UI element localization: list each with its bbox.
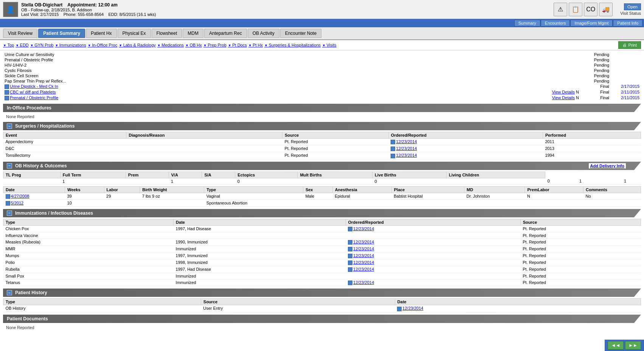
visit-status: Open Visit Status (620, 3, 641, 16)
sublink-prep-prob[interactable]: Prep Prob (203, 43, 227, 47)
table-row: Influenza Vaccine Pt. Reported (3, 232, 641, 239)
lab-row: HIV-1/HIV-2 Pending (3, 62, 641, 68)
visit-type: OB - Follow-up, 2/18/2015, B. Addison (21, 8, 92, 12)
tab-encounters[interactable]: Encounters (541, 20, 570, 27)
sublink-immunizations[interactable]: Immunizations (55, 43, 86, 47)
doc-icon (397, 307, 402, 311)
table-row: Tetanus Immunized 12/23/2014 Pt. Reporte… (3, 279, 641, 286)
edd: EDD: 8/5/2015 (16.1 wks) (108, 12, 156, 17)
ob-date-link[interactable]: 4/27/2008 (3, 193, 65, 200)
ordered-link[interactable]: 12/23/2014 (388, 152, 543, 159)
doc-icon (6, 194, 10, 199)
table-row: Appendectomy Pt. Reported 12/23/2014 201… (3, 139, 641, 145)
sublink-medications[interactable]: Medications (157, 43, 184, 47)
tab-flowsheet[interactable]: Flowsheet (152, 29, 182, 38)
table-row: Small Pox Immunized Pt. Reported (3, 273, 641, 279)
lab-row-cbc: CBC w/ diff and Platelets View Details N… (3, 89, 641, 95)
notes-icon[interactable]: 📋 (569, 3, 582, 16)
patient-history-table: Type Source Date OB History User Entry 1… (3, 298, 641, 312)
tab-patient-info[interactable]: Patient Info (613, 20, 642, 27)
view-details-prenatal[interactable]: View Details (552, 95, 575, 100)
sublink-surgeries[interactable]: Surgeries & Hospitalizations (264, 43, 321, 47)
sublink-pt-docs[interactable]: Pt Docs (228, 43, 247, 47)
immunizations-header: – Immunizations / Infectious Diseases (3, 209, 641, 217)
sublink-labs-radiology[interactable]: Labs & Radiology (119, 43, 156, 47)
table-row: Polio 1998, Immunized 12/23/2014 Pt. Rep… (3, 259, 641, 266)
alert-icon[interactable]: ⚠ (554, 3, 567, 16)
tab-visit-review[interactable]: Visit Review (3, 29, 37, 38)
forward-button[interactable]: ►► (625, 341, 641, 349)
ob-history-toggle[interactable]: – (7, 163, 12, 168)
patient-name: Stella OB-Digichart (21, 2, 62, 8)
ordered-link[interactable]: 12/23/2014 (388, 139, 543, 145)
surgeries-toggle[interactable]: – (7, 123, 12, 129)
table-row: 5/2012 10 Spontaneous Abortion (3, 200, 641, 206)
col-ordered: Ordered/Reported (388, 132, 543, 139)
tab-ob-activity[interactable]: OB Activity (248, 29, 279, 38)
view-details-cbc[interactable]: View Details (552, 90, 575, 95)
sublink-edd[interactable]: EDD (16, 43, 29, 47)
print-button[interactable]: 🖨 Print (618, 41, 641, 49)
sublink-pt-hx[interactable]: Pt Hx (248, 43, 263, 47)
col-event: Event (3, 132, 126, 139)
lab-row: Cystic Fibrosis Pending (3, 68, 641, 73)
sublink-ob-hx[interactable]: OB Hx (185, 43, 202, 47)
tab-physical-ex[interactable]: Physical Ex (118, 29, 151, 38)
back-button[interactable]: ◄◄ (608, 341, 624, 349)
immunizations-toggle[interactable]: – (7, 211, 12, 216)
sublink-top[interactable]: Top (3, 43, 14, 47)
ob-history-header: – OB History & Outcomes Add Delivery Inf… (3, 162, 641, 170)
table-row: D&C Pt. Reported 12/23/2014 2013 (3, 145, 641, 152)
doc-icon (6, 201, 10, 206)
lab-row: Prenatal / Obstetric Profile Pending (3, 57, 641, 62)
doc-icon (391, 140, 395, 144)
col-source: Source (282, 132, 388, 139)
ordered-link[interactable]: 12/23/2014 (388, 145, 543, 152)
doc-icon (5, 96, 9, 100)
col-performed: Performed (543, 132, 641, 139)
bottom-nav: ◄◄ ►► (605, 340, 644, 351)
tab-image-form-mgmt[interactable]: Image/Form Mgmt (570, 20, 613, 27)
phone: Phone: 555-658-8564 (64, 12, 104, 17)
open-button[interactable]: Open (624, 3, 641, 10)
doc-icon (348, 267, 352, 272)
table-row: Mumps 1997, Immunized 12/23/2014 Pt. Rep… (3, 253, 641, 259)
doc-icon (5, 84, 9, 89)
sublink-in-office-proc[interactable]: In-Office Proc (88, 43, 117, 47)
co-icon[interactable]: CO (584, 3, 597, 16)
avatar: 👤 (3, 2, 18, 17)
ob-history-detail-table: Date Weeks Labor Birth Weight Type Sex A… (3, 186, 641, 207)
tab-encounter-note[interactable]: Encounter Note (280, 29, 321, 38)
lab-results: Urine Culture w/ Sensitivity Pending Pre… (3, 52, 641, 101)
sub-nav: Top EDD GYN Prob Immunizations In-Office… (0, 40, 644, 50)
surgeries-header: – Surgeries / Hospitalizations (3, 122, 641, 130)
ob-date-link[interactable]: 5/2012 (3, 200, 65, 206)
doc-icon (348, 261, 352, 265)
tab-summary[interactable]: Summary (514, 20, 540, 27)
table-row: OB History User Entry 12/23/2014 (3, 305, 641, 312)
tab-mdm[interactable]: MDM (183, 29, 203, 38)
sublink-visits[interactable]: Visits (322, 43, 337, 47)
header: 👤 Stella OB-Digichart Appointment: 12:00… (0, 0, 644, 19)
table-row: MMR Immunized 12/23/2014 Pt. Reported (3, 245, 641, 252)
in-office-none: None Reported (3, 114, 641, 120)
delivery-icon[interactable]: 🚚 (599, 3, 613, 16)
header-info: Stella OB-Digichart Appointment: 12:00 a… (21, 2, 554, 17)
tab-patient-summary[interactable]: Patient Summary (38, 29, 85, 38)
header-icons: ⚠ 📋 CO 🚚 (554, 3, 613, 16)
patient-history-header: – Patient History (3, 289, 641, 297)
sublink-gyn-prob[interactable]: GYN Prob (30, 43, 54, 47)
tab-antepartum-rec[interactable]: Antepartum Rec (204, 29, 247, 38)
table-row: Measles (Rubeola) 1990, Immunized 12/23/… (3, 239, 641, 245)
ob-history-summary-table: TL Preg Full Term Prem V/A S/A Ectopics … (3, 172, 641, 185)
last-visit: Last Visit: 2/17/2015 (21, 12, 59, 17)
lab-row-prenatal: Prenatal / Obstetric Profile View Detail… (3, 95, 641, 101)
doc-icon (391, 154, 395, 158)
tab-patient-hx[interactable]: Patient Hx (86, 29, 116, 38)
lab-row-urine-dipstick: Urine Dipstick - Med Ck In Final 2/17/20… (3, 84, 641, 89)
main-nav: Visit Review Patient Summary Patient Hx … (0, 27, 644, 40)
doc-icon (348, 227, 352, 231)
patient-history-toggle[interactable]: – (7, 290, 12, 295)
in-office-header: In-Office Procedures (3, 104, 641, 112)
add-delivery-link[interactable]: Add Delivery Info (589, 163, 626, 168)
